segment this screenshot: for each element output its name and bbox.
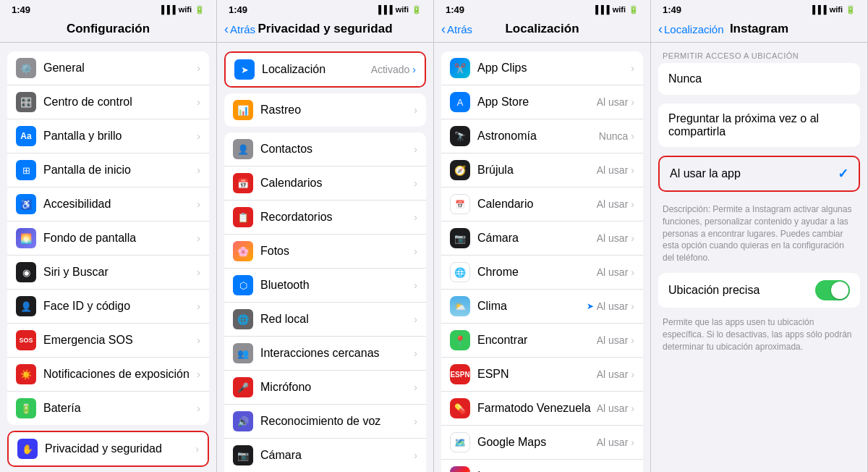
faceid-label: Face ID y código: [43, 300, 197, 313]
privacy-group-main: 👤 Contactos › 📅 Calendarios › 📋 Recordat…: [224, 132, 426, 472]
encontrar-value: Al usar: [597, 334, 629, 346]
app-item-googlemaps[interactable]: 🗺️ Google Maps Al usar ›: [441, 426, 643, 460]
settings-item-control[interactable]: 🎛️ Centro de control ›: [7, 85, 209, 119]
control-label: Centro de control: [43, 96, 197, 109]
privacy-list[interactable]: ➤ Localización Activado › 📊 Rastreo › 👤: [217, 43, 433, 472]
access-label: Accesibilidad: [43, 198, 197, 211]
privacy-item-reminders[interactable]: 📋 Recordatorios ›: [224, 201, 426, 235]
privacy-item-rastreo[interactable]: 📊 Rastreo ›: [224, 93, 426, 127]
privacy-item-bluetooth[interactable]: ⬡ Bluetooth ›: [224, 269, 426, 303]
privacy-item-contacts[interactable]: 👤 Contactos ›: [224, 132, 426, 167]
home-label: Pantalla de inicio: [43, 164, 197, 177]
chevron-icon: ›: [631, 130, 634, 142]
wifi-icon: wifi: [179, 5, 192, 14]
option-alusar-highlighted: Al usar la app ✓: [658, 156, 860, 192]
chevron-icon: ›: [631, 300, 634, 312]
app-item-astronomy[interactable]: 🔭 Astronomía Nunca ›: [441, 119, 643, 153]
option-preguntar[interactable]: Preguntar la próxima vez o al compartirl…: [658, 104, 860, 147]
control-icon: 🎛️: [16, 92, 36, 112]
display-icon: Aa: [16, 126, 36, 146]
app-item-encontrar[interactable]: 📍 Encontrar Al usar ›: [441, 324, 643, 358]
reminders-label: Recordatorios: [260, 211, 414, 224]
app-item-farmatodo[interactable]: 💊 Farmatodo Venezuela Al usar ›: [441, 392, 643, 426]
camara-app-icon: 📷: [450, 228, 470, 248]
encontrar-label: Encontrar: [477, 334, 597, 347]
privacy-item-location[interactable]: ➤ Localización Activado ›: [226, 53, 425, 86]
chevron-icon: ›: [631, 198, 634, 210]
app-item-calendario[interactable]: 📅 Calendario Al usar ›: [441, 187, 643, 222]
appstore2-icon: A: [450, 92, 470, 112]
nav-bar-4: ‹ Localización Instagram: [651, 17, 867, 43]
preguntar-label: Preguntar la próxima vez o al compartirl…: [668, 112, 850, 138]
location-apps-list[interactable]: ✂️ App Clips › A App Store Al usar › 🔭 A…: [434, 43, 650, 472]
app-item-clima[interactable]: ⛅ Clima ➤ Al usar ›: [441, 290, 643, 324]
back-button-4[interactable]: ‹ Localización: [658, 22, 724, 37]
chevron-icon: ›: [631, 437, 634, 448]
nav-title-2: Privacidad y seguridad: [258, 22, 392, 36]
privacy-item-local[interactable]: 🌐 Red local ›: [224, 303, 426, 337]
general-label: General: [43, 62, 197, 75]
rastreo-icon: 📊: [233, 100, 253, 120]
precision-toggle[interactable]: [815, 280, 850, 300]
wifi-icon: wifi: [396, 5, 409, 14]
status-bar-4: 1:49 ▐▐▐ wifi 🔋: [651, 0, 867, 17]
back-button-2[interactable]: ‹ Atrás: [224, 22, 255, 37]
settings-item-sos[interactable]: SOS Emergencia SOS ›: [7, 324, 209, 358]
privacy-item-interactions[interactable]: 👥 Interacciones cercanas ›: [224, 337, 426, 371]
signal-icon: ▐▐▐: [592, 5, 609, 14]
espn-icon: ESPN: [450, 364, 470, 384]
time-3: 1:49: [446, 4, 464, 15]
settings-item-display[interactable]: Aa Pantalla y brillo ›: [7, 119, 209, 153]
settings-item-access[interactable]: ♿ Accesibilidad ›: [7, 187, 209, 222]
local-icon: 🌐: [233, 309, 253, 329]
instagram-settings-list[interactable]: PERMITIR ACCESO A UBICACIÓN Nunca Pregun…: [651, 43, 867, 472]
option-nunca[interactable]: Nunca: [658, 63, 860, 95]
privacy-item-camera[interactable]: 📷 Cámara ›: [224, 439, 426, 472]
chrome-icon: 🌐: [450, 262, 470, 282]
settings-item-home[interactable]: ⊞ Pantalla de inicio ›: [7, 153, 209, 187]
signal-icon: ▐▐▐: [809, 5, 826, 14]
location-label: Localización: [262, 63, 371, 76]
chevron-icon: ›: [197, 334, 200, 346]
location-description: Descripción: Permite a Instagram activar…: [651, 201, 867, 273]
option-alusar[interactable]: Al usar la app ✓: [660, 157, 859, 190]
farmatodo-value: Al usar: [597, 403, 629, 414]
app-item-camara[interactable]: 📷 Cámara Al usar ›: [441, 222, 643, 256]
reminders-icon: 📋: [233, 207, 253, 227]
back-chevron-icon: ‹: [224, 22, 229, 37]
clima-icon: ⛅: [450, 296, 470, 316]
back-button-3[interactable]: ‹ Atrás: [441, 22, 472, 37]
astronomy-icon: 🔭: [450, 126, 470, 146]
privacy-item-photos[interactable]: 🌸 Fotos ›: [224, 235, 426, 269]
microphone-icon: 🎤: [233, 377, 253, 397]
location-section-title: PERMITIR ACCESO A UBICACIÓN: [651, 43, 867, 63]
settings-item-faceid[interactable]: 👤 Face ID y código ›: [7, 290, 209, 324]
settings-item-siri[interactable]: ◉ Siri y Buscar ›: [7, 256, 209, 290]
privacy-item-recognition[interactable]: 🔊 Reconocimiento de voz ›: [224, 405, 426, 439]
chevron-icon: ›: [195, 443, 199, 455]
app-item-espn[interactable]: ESPN ESPN Al usar ›: [441, 358, 643, 392]
settings-item-wallpaper[interactable]: 🌅 Fondo de pantalla ›: [7, 222, 209, 256]
app-item-appclips[interactable]: ✂️ App Clips ›: [441, 51, 643, 85]
settings-item-privacy[interactable]: ✋ Privacidad y seguridad ›: [9, 432, 208, 465]
settings-item-general[interactable]: ⚙️ General ›: [7, 51, 209, 85]
chevron-icon: ›: [631, 62, 634, 74]
contacts2-label: Contactos: [260, 143, 414, 156]
bluetooth-label: Bluetooth: [260, 279, 414, 292]
chevron-icon: ›: [197, 368, 200, 380]
privacy-item-microphone[interactable]: 🎤 Micrófono ›: [224, 371, 426, 405]
settings-list[interactable]: ⚙️ General › 🎛️ Centro de control › Aa P…: [0, 43, 216, 472]
app-item-appstore[interactable]: A App Store Al usar ›: [441, 85, 643, 119]
settings-item-battery[interactable]: 🔋 Batería ›: [7, 392, 209, 425]
app-item-instagram[interactable]: 📸 Instagram ➤ Al usar ›: [441, 460, 643, 472]
app-item-brujula[interactable]: 🧭 Brújula Al usar ›: [441, 153, 643, 187]
privacy-group-rastreo: 📊 Rastreo ›: [224, 93, 426, 127]
precision-toggle-row[interactable]: Ubicación precisa: [658, 273, 860, 308]
chevron-icon: ›: [197, 164, 200, 176]
settings-item-exposure[interactable]: ☀️ Notificaciones de exposición ›: [7, 358, 209, 392]
panel-localizacion: 1:49 ▐▐▐ wifi 🔋 ‹ Atrás Localización ✂️ …: [434, 0, 651, 472]
privacy-item-calendars[interactable]: 📅 Calendarios ›: [224, 167, 426, 201]
camera2-label: Cámara: [260, 449, 414, 462]
app-item-chrome[interactable]: 🌐 Chrome Al usar ›: [441, 256, 643, 290]
chevron-icon: ›: [631, 403, 634, 414]
